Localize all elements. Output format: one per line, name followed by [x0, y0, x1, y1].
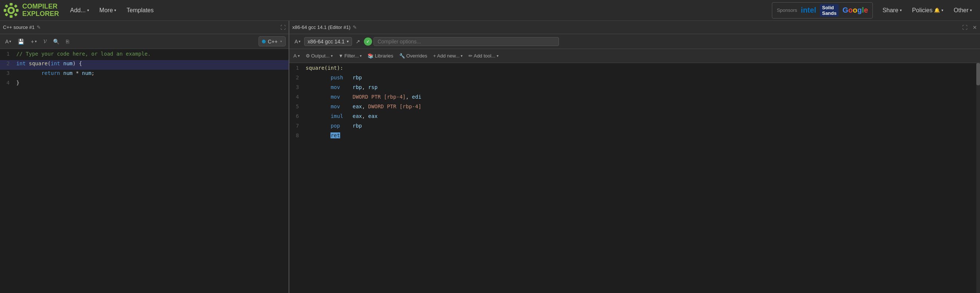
- other-button[interactable]: Other ▾: [948, 5, 977, 16]
- overrides-button[interactable]: 🔧 Overrides: [396, 52, 430, 60]
- logo: COMPILER EXPLORER: [3, 2, 59, 19]
- scrollbar-thumb[interactable]: [976, 63, 980, 85]
- asm-token-plain: [305, 75, 331, 81]
- svg-point-10: [9, 8, 13, 12]
- search-button[interactable]: 🔍: [51, 37, 62, 46]
- line-number: 1: [0, 51, 13, 57]
- logo-icon: [3, 2, 19, 19]
- editor-maximize-icon[interactable]: ⛶: [280, 24, 286, 30]
- font-output-button[interactable]: A ▾: [291, 52, 302, 60]
- more-chevron-icon: ▾: [114, 8, 116, 12]
- token-keyword: int: [51, 61, 60, 66]
- asm-token-plain: [305, 113, 331, 119]
- token-plain: [25, 61, 29, 66]
- compiler-close-icon[interactable]: ✕: [972, 24, 977, 30]
- scrollbar[interactable]: [976, 63, 980, 293]
- editor-title: C++ source #1: [3, 24, 35, 30]
- asm-token-reg: rbp: [352, 75, 362, 81]
- svg-rect-3: [4, 9, 6, 12]
- asm-token-plain: [343, 113, 352, 119]
- sponsors-box: Sponsors intel SolidSands Google: [772, 2, 873, 19]
- logo-text: COMPILER EXPLORER: [22, 3, 59, 18]
- share-code-button[interactable]: ⎘: [64, 37, 71, 46]
- templates-button[interactable]: Templates: [121, 5, 159, 16]
- add-menu-button[interactable]: Add... ▾: [65, 5, 94, 16]
- cpp-icon: ⊕: [262, 38, 266, 45]
- output-chevron-icon: ▾: [331, 54, 333, 58]
- save-button[interactable]: 💾: [16, 37, 26, 46]
- compiler-toolbar: A ▾ x86-64 gcc 14.1 ▾ ↗ ✓: [290, 34, 980, 49]
- asm-token-plain: [305, 104, 331, 110]
- asm-line-number: 2: [290, 75, 303, 81]
- code-line: 4}: [0, 80, 289, 89]
- policies-button[interactable]: Policies 🔔 ▾: [907, 5, 948, 16]
- asm-token-label: square(int):: [305, 65, 343, 71]
- compiler-expand-icon[interactable]: ⛶: [962, 24, 967, 30]
- code-line: 3 return num * num;: [0, 70, 289, 80]
- asm-line-number: 4: [290, 94, 303, 100]
- book-icon: 📚: [368, 53, 374, 59]
- asm-token-plain: [340, 84, 353, 90]
- asm-token-cursor: ret: [331, 132, 340, 139]
- compiler-open-button[interactable]: ↗: [353, 37, 363, 46]
- asm-token-plain: [340, 123, 353, 129]
- asm-area[interactable]: 1square(int):2 push rbp3 mov rbp, rsp4 m…: [290, 63, 980, 293]
- asm-token-mem: DWORD PTR [rbp-4]: [368, 104, 422, 110]
- asm-token-plain: [305, 84, 331, 90]
- editor-edit-icon[interactable]: ✎: [37, 24, 41, 30]
- token-func: square: [29, 61, 48, 66]
- pencil-icon: ✏: [468, 53, 473, 59]
- load-icon: 𝓥: [43, 38, 46, 45]
- code-line: 1// Type your code here, or load an exam…: [0, 51, 289, 60]
- code-area[interactable]: 1// Type your code here, or load an exam…: [0, 49, 289, 293]
- save-icon: 💾: [18, 38, 24, 45]
- lang-chevron-icon: ▾: [280, 39, 282, 44]
- asm-line-number: 8: [290, 132, 303, 139]
- asm-token-instr: pop: [331, 123, 340, 129]
- compiler-font-button[interactable]: A ▾: [292, 37, 303, 46]
- language-selector[interactable]: ⊕ C++ ▾: [259, 37, 286, 46]
- compiler-edit-icon[interactable]: ✎: [353, 24, 357, 30]
- asm-token-plain: ,: [406, 94, 412, 100]
- output-button[interactable]: ⚙ Output... ▾: [303, 52, 335, 60]
- compiler-panel: x86-64 gcc 14.1 (Editor #1) ✎ ⛶ ✕ A ▾ x8…: [290, 21, 980, 293]
- asm-line: 7 pop rbp: [290, 123, 980, 132]
- asm-line: 4 mov DWORD PTR [rbp-4], edi: [290, 94, 980, 103]
- language-label: C++: [268, 38, 277, 45]
- asm-token-plain: ,: [362, 104, 368, 110]
- compiler-options-input[interactable]: [374, 37, 559, 46]
- asm-token-reg: rbp: [352, 123, 362, 129]
- share-code-icon: ⎘: [66, 38, 69, 45]
- compiler-name: x86-64 gcc 14.1: [307, 38, 345, 45]
- asm-line-number: 5: [290, 104, 303, 110]
- intel-sponsor: intel: [801, 6, 816, 14]
- sponsors-label: Sponsors: [777, 7, 797, 13]
- solid-sponsor: SolidSands: [820, 4, 839, 17]
- gear-icon: ⚙: [305, 53, 310, 59]
- search-icon: 🔍: [53, 38, 59, 45]
- share-button[interactable]: Share ▾: [877, 5, 907, 16]
- asm-token-plain: [305, 123, 331, 129]
- add-chevron-icon: ▾: [87, 8, 89, 12]
- asm-token-mem: DWORD PTR [rbp-4]: [352, 94, 406, 100]
- filter-button[interactable]: ▼ Filter... ▾: [336, 52, 364, 60]
- load-example-button[interactable]: 𝓥: [41, 37, 49, 46]
- topnav: COMPILER EXPLORER Add... ▾ More ▾ Templa…: [0, 0, 980, 21]
- asm-line: 1square(int):: [290, 65, 980, 74]
- font-size-chevron: ▾: [9, 39, 11, 43]
- add-editor-button[interactable]: + ▾: [29, 37, 38, 46]
- more-menu-button[interactable]: More ▾: [94, 5, 121, 16]
- libraries-button[interactable]: 📚 Libraries: [365, 52, 396, 60]
- add-new-button[interactable]: + Add new... ▾: [431, 52, 465, 60]
- asm-token-instr: push: [331, 75, 343, 81]
- svg-rect-2: [10, 15, 13, 18]
- code-line: 2int square(int num) {: [0, 60, 289, 70]
- token-plain: [16, 70, 41, 76]
- policies-chevron-icon: ▾: [942, 8, 943, 12]
- asm-line-content: push rbp: [303, 75, 362, 81]
- compiler-selector[interactable]: x86-64 gcc 14.1 ▾: [304, 37, 352, 46]
- font-size-button[interactable]: A ▾: [3, 37, 13, 46]
- add-tool-button[interactable]: ✏ Add tool... ▾: [466, 52, 501, 60]
- asm-line-content: mov eax, DWORD PTR [rbp-4]: [303, 104, 422, 110]
- line-number: 2: [0, 61, 13, 66]
